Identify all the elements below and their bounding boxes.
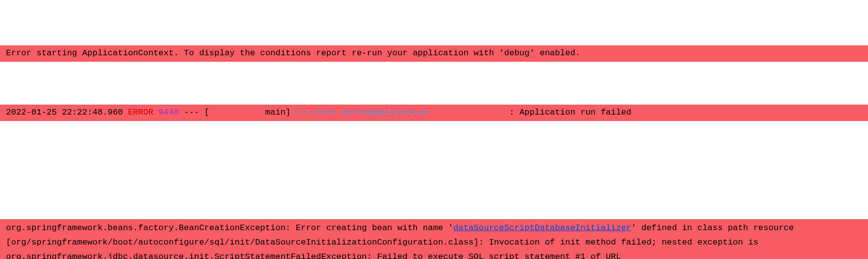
bean-name-link[interactable]: dataSourceScriptDatabaseInitializer: [453, 223, 631, 233]
message-prefix: :: [504, 108, 520, 117]
log-message: Application run failed: [519, 108, 631, 117]
log-output: Error starting ApplicationContext. To di…: [0, 2, 868, 259]
timestamp: 2022-01-25 22:22:48.960: [6, 108, 123, 117]
exception-block: org.springframework.beans.factory.BeanCr…: [0, 219, 868, 259]
context-error-line: Error starting ApplicationContext. To di…: [0, 45, 868, 62]
logger-padding: [428, 108, 504, 117]
log-level: ERROR: [128, 108, 153, 117]
logger-name: o.s.boot.SpringApplication: [296, 108, 428, 117]
blank-line: [0, 164, 868, 176]
thread-separator: --- [ main]: [179, 108, 296, 117]
exception-prefix: org.springframework.beans.factory.BeanCr…: [6, 223, 453, 233]
error-log-line: 2022-01-25 22:22:48.960 ERROR 9448 --- […: [0, 105, 868, 121]
process-id: 9448: [158, 108, 179, 117]
